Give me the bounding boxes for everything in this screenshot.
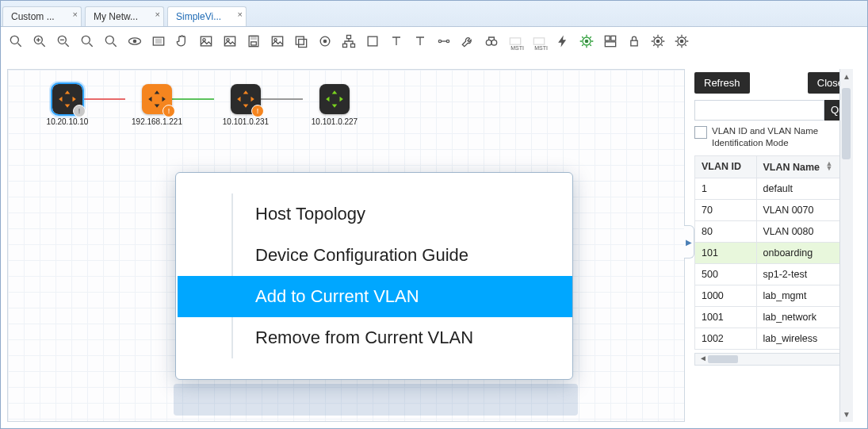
sliders-icon[interactable]	[648, 31, 668, 52]
panel-vertical-scrollbar[interactable]: ▲ ▼	[839, 69, 853, 422]
picture-icon[interactable]	[267, 31, 288, 52]
node-label: 10.101.0.231	[206, 117, 285, 126]
svg-rect-44	[611, 36, 616, 40]
screen-add-icon[interactable]	[362, 31, 383, 52]
msti-b-icon[interactable]: MSTI	[529, 31, 549, 52]
svg-point-37	[486, 40, 491, 45]
hand-icon[interactable]	[172, 31, 193, 52]
scroll-up-icon[interactable]: ▲	[843, 72, 851, 81]
text-add-icon[interactable]	[386, 31, 407, 52]
zoom-reset-icon[interactable]	[101, 31, 121, 52]
svg-rect-32	[351, 44, 355, 47]
binoculars-icon[interactable]	[481, 31, 502, 52]
image-remove-icon[interactable]	[220, 31, 240, 52]
tab-2[interactable]: SimpleVi...×	[167, 6, 247, 26]
settings-icon[interactable]	[671, 31, 692, 52]
cell-vlan-id: 1001	[695, 306, 757, 327]
zoom-region-icon[interactable]	[77, 31, 98, 52]
connect-icon[interactable]	[434, 31, 454, 52]
table-row[interactable]: 500sp1-2-test	[695, 263, 853, 285]
topology-node[interactable]: !192.168.1.221	[117, 84, 197, 126]
context-menu-shadow	[174, 384, 578, 416]
save-icon[interactable]	[243, 31, 264, 52]
lock-icon[interactable]	[624, 31, 644, 52]
svg-point-29	[323, 40, 326, 42]
identification-mode-checkbox[interactable]: VLAN ID and VLAN Name Identification Mod…	[694, 125, 853, 149]
table-row[interactable]: 1000lab_mgmt	[695, 285, 853, 306]
node-label: 192.168.1.221	[117, 117, 197, 126]
svg-point-11	[105, 36, 113, 44]
svg-point-9	[82, 36, 90, 44]
table-row[interactable]: 1002lab_wireless	[695, 327, 853, 349]
close-icon[interactable]: ×	[238, 10, 243, 19]
text-icon[interactable]	[410, 31, 430, 52]
cell-vlan-id: 101	[695, 242, 757, 263]
topology-node[interactable]: !10.101.0.231	[206, 84, 285, 126]
wrench-icon[interactable]	[457, 31, 478, 52]
gear-color-icon[interactable]	[576, 31, 597, 52]
target-icon[interactable]	[315, 31, 335, 52]
table-horizontal-scrollbar[interactable]: ◄ ►	[694, 353, 853, 366]
close-icon[interactable]: ×	[73, 10, 78, 19]
tab-bar: Custom ...×My Netw...×SimpleVi...×	[1, 1, 867, 27]
eye-icon[interactable]	[124, 31, 145, 52]
sort-icon: ▲▼	[826, 161, 833, 170]
vlan-search-input[interactable]	[694, 100, 824, 121]
bolt-icon[interactable]	[553, 31, 573, 52]
layers-icon[interactable]	[291, 31, 312, 52]
svg-line-10	[90, 44, 93, 47]
table-row[interactable]: 1001lab_network	[695, 306, 853, 327]
zoom-in-icon[interactable]	[29, 31, 50, 52]
svg-line-1	[18, 44, 21, 47]
context-menu-item[interactable]: Device Configuration Guide	[233, 235, 572, 276]
toolbar: MSTIMSTI	[1, 27, 867, 56]
layout-icon[interactable]	[600, 31, 621, 52]
status-badge: !	[73, 105, 86, 117]
checkbox-icon	[694, 126, 707, 139]
table-row[interactable]: 80VLAN 0080	[695, 220, 853, 242]
table-row[interactable]: 1default	[695, 178, 853, 199]
device-icon: !	[142, 84, 172, 114]
svg-rect-45	[605, 42, 615, 47]
context-menu-item[interactable]: Add to Current VLAN	[178, 276, 572, 317]
zoom-out-icon[interactable]	[53, 31, 74, 52]
svg-rect-46	[631, 40, 637, 46]
vscroll-thumb[interactable]	[842, 88, 851, 159]
image-add-icon[interactable]	[196, 31, 216, 52]
svg-rect-39	[510, 38, 520, 44]
tab-label: Custom ...	[11, 11, 55, 22]
table-row[interactable]: 70VLAN 0070	[695, 199, 853, 220]
cell-vlan-id: 500	[695, 263, 757, 285]
svg-rect-30	[347, 36, 351, 39]
cell-vlan-id: 1	[695, 178, 757, 199]
status-badge: !	[163, 105, 175, 117]
topology-node[interactable]: !10.20.10.10	[28, 84, 107, 126]
side-panel-toggle[interactable]: ▶	[684, 225, 694, 259]
context-menu-item[interactable]: Remove from Current VLAN	[233, 317, 572, 358]
svg-rect-33	[368, 36, 377, 46]
hscroll-thumb[interactable]	[708, 355, 738, 363]
refresh-button[interactable]: Refresh	[694, 72, 750, 94]
scroll-down-icon[interactable]: ▼	[843, 410, 851, 419]
tab-label: SimpleVi...	[176, 11, 221, 22]
table-row[interactable]: 101onboarding	[695, 242, 853, 263]
tab-0[interactable]: Custom ...×	[2, 6, 82, 26]
msti-a-icon[interactable]: MSTI	[505, 31, 526, 52]
context-menu-item[interactable]: Host Topology	[233, 193, 572, 235]
svg-point-0	[10, 36, 18, 44]
cell-vlan-name: default	[756, 178, 852, 199]
search-icon[interactable]	[6, 31, 26, 52]
fit-icon[interactable]	[148, 31, 169, 52]
hierarchy-icon[interactable]	[338, 31, 359, 52]
svg-rect-16	[156, 40, 162, 44]
context-menu: Host TopologyDevice Configuration GuideA…	[175, 172, 573, 380]
svg-point-42	[585, 40, 587, 42]
cell-vlan-name: VLAN 0080	[756, 220, 852, 242]
tab-1[interactable]: My Netw...×	[85, 6, 164, 26]
topology-node[interactable]: 10.101.0.227	[295, 84, 374, 126]
close-icon[interactable]: ×	[155, 10, 160, 19]
app-window: Custom ...×My Netw...×SimpleVi...× MSTIM…	[0, 0, 868, 429]
svg-rect-23	[251, 42, 257, 45]
col-vlan-name[interactable]: VLAN Name ▲▼	[756, 155, 852, 178]
col-vlan-id[interactable]: VLAN ID	[695, 155, 757, 178]
